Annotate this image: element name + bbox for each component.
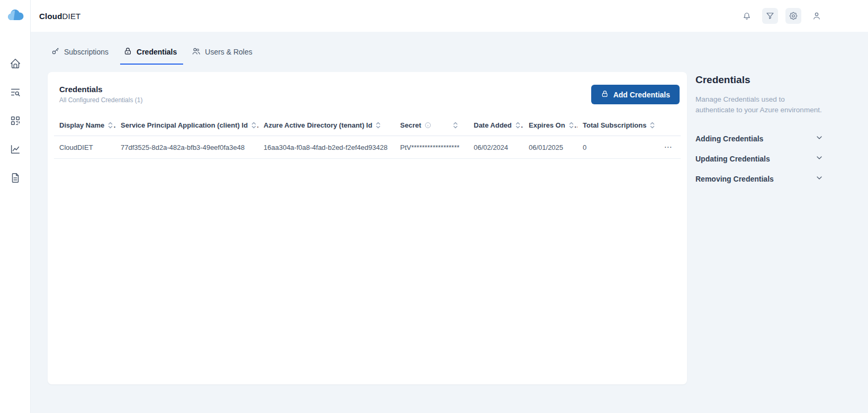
row-actions-menu-icon[interactable]: ⋯	[655, 136, 681, 159]
col-label: Display Name	[59, 121, 104, 129]
col-label: Date Added	[474, 121, 512, 129]
col-label: Expires On	[529, 121, 565, 129]
credentials-card: Credentials All Configured Credentials (…	[48, 72, 687, 384]
chart-icon[interactable]	[9, 143, 22, 156]
chevron-down-icon	[815, 133, 824, 144]
cell-total-subscriptions: 0	[577, 136, 655, 159]
help-section-label: Updating Credentials	[695, 155, 770, 163]
cell-tenant-id: 16aa304a-f0a8-4fad-b2ed-f2ef4ed93428	[258, 136, 395, 159]
help-title: Credentials	[695, 74, 824, 86]
brand-bold: Cloud	[39, 12, 62, 21]
cloud-logo-icon	[6, 7, 24, 24]
app-brand: CloudDIET	[39, 12, 80, 21]
col-secret[interactable]: Secret	[395, 115, 468, 136]
lock-icon	[123, 47, 132, 57]
sidebar-nav	[9, 57, 22, 184]
help-section-updating-credentials[interactable]: Updating Credentials	[695, 149, 824, 169]
col-display-name[interactable]: Display Name	[54, 115, 115, 136]
chevron-down-icon	[815, 174, 824, 184]
add-credentials-button[interactable]: Add Credentials	[591, 85, 680, 104]
users-icon	[192, 47, 201, 57]
sort-icon[interactable]	[453, 121, 458, 129]
info-icon[interactable]	[424, 122, 431, 129]
col-date-added[interactable]: Date Added	[468, 115, 523, 136]
tab-subscriptions[interactable]: Subscriptions	[48, 43, 115, 65]
sort-icon[interactable]	[649, 121, 655, 129]
add-credentials-label: Add Credentials	[613, 91, 670, 99]
col-label: Azure Active Directory (tenant) Id	[264, 121, 372, 129]
col-expires-on[interactable]: Expires On	[523, 115, 577, 136]
help-panel: Credentials Manage Credentials used to a…	[695, 72, 824, 384]
col-label: Service Principal Application (client) I…	[121, 121, 248, 129]
sort-icon[interactable]	[107, 121, 113, 129]
list-search-icon[interactable]	[9, 86, 22, 98]
cell-secret: PtV******************	[395, 136, 468, 159]
col-total-subscriptions[interactable]: Total Subscriptions	[577, 115, 655, 136]
cell-display-name: CloudDIET	[54, 136, 115, 159]
brand-rest: DIET	[62, 12, 81, 21]
top-bar: CloudDIET	[31, 0, 868, 32]
card-header: Credentials All Configured Credentials (…	[54, 85, 681, 115]
credentials-table: Display Name Service Principal Applicati…	[54, 115, 681, 159]
sort-icon[interactable]	[251, 121, 257, 129]
content-row: Credentials All Configured Credentials (…	[48, 72, 824, 384]
key-icon	[51, 47, 60, 57]
sort-icon[interactable]	[375, 121, 381, 129]
help-section-label: Removing Credentials	[695, 175, 774, 183]
main-column: CloudDIET	[31, 0, 868, 413]
col-actions	[655, 115, 681, 136]
tab-bar: Subscriptions Credentials Users & Roles	[48, 43, 824, 65]
cell-date-added: 06/02/2024	[468, 136, 523, 159]
tab-credentials[interactable]: Credentials	[120, 43, 183, 65]
card-subtitle: All Configured Credentials (1)	[59, 96, 142, 104]
sort-icon[interactable]	[515, 121, 521, 129]
user-icon[interactable]	[809, 8, 825, 24]
document-icon[interactable]	[9, 172, 22, 184]
help-description: Manage Credentials used to authenticate …	[695, 94, 824, 115]
topbar-actions	[739, 8, 825, 24]
table-header-row: Display Name Service Principal Applicati…	[54, 115, 681, 136]
app-root: CloudDIET	[0, 0, 868, 413]
tab-label: Subscriptions	[64, 48, 108, 56]
bell-icon[interactable]	[739, 8, 755, 24]
sort-icon[interactable]	[568, 121, 574, 129]
lock-plus-icon	[601, 89, 609, 100]
table-row: CloudDIET 77df3525-8d2a-482a-bfb3-49eef0…	[54, 136, 681, 159]
chevron-down-icon	[815, 154, 824, 164]
content-area: Subscriptions Credentials Users & Roles	[31, 32, 868, 413]
qrcode-icon[interactable]	[9, 114, 22, 127]
col-client-id[interactable]: Service Principal Application (client) I…	[115, 115, 258, 136]
tab-label: Users & Roles	[205, 48, 252, 56]
tab-label: Credentials	[137, 48, 177, 56]
help-section-adding-credentials[interactable]: Adding Credentials	[695, 129, 824, 149]
tab-users-roles[interactable]: Users & Roles	[188, 43, 258, 65]
col-tenant-id[interactable]: Azure Active Directory (tenant) Id	[258, 115, 395, 136]
home-icon[interactable]	[9, 57, 22, 70]
gear-icon[interactable]	[785, 8, 801, 24]
card-title: Credentials	[59, 85, 142, 94]
help-section-removing-credentials[interactable]: Removing Credentials	[695, 169, 824, 189]
sidebar	[0, 0, 31, 413]
cell-client-id: 77df3525-8d2a-482a-bfb3-49eef0fa3e48	[115, 136, 258, 159]
col-label: Secret	[400, 121, 421, 129]
card-heading-group: Credentials All Configured Credentials (…	[59, 85, 142, 104]
filter-icon[interactable]	[762, 8, 778, 24]
help-section-label: Adding Credentials	[695, 134, 763, 143]
cell-expires-on: 06/01/2025	[523, 136, 577, 159]
col-label: Total Subscriptions	[583, 121, 646, 129]
